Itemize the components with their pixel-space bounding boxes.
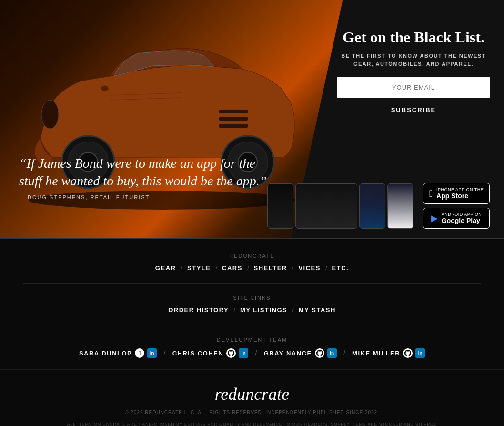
site-links-nav: ORDER HISTORY / MY LISTINGS / MY STASH [0,306,504,314]
brand-logo: reduncrate [0,384,504,404]
dev-team-list: SARA DUNLOP  in / CHRIS COHEN in / GRAY… [0,348,504,358]
svg-point-10 [41,100,59,129]
appstore-text: IPHONE APP ON THE App Store [436,187,484,200]
phone-screenshot-1 [267,183,293,229]
quote-text: “If James Bond were to make an app for t… [19,155,276,190]
googleplay-button[interactable]: ▶ ANDROID APP ON Google Play [423,208,490,229]
footer: REDUNCRATE GEAR / STYLE / CARS / SHELTER… [0,239,504,426]
gray-github-icon[interactable] [315,348,324,358]
dev-name-sara: SARA DUNLOP [79,350,132,357]
app-download-buttons:  IPHONE APP ON THE App Store ▶ ANDROID … [423,183,490,229]
site-links-section: SITE LINKS ORDER HISTORY / MY LISTINGS /… [0,295,504,314]
phone-screenshot-2 [295,183,357,229]
nav-style[interactable]: STYLE [187,264,211,272]
chris-github-icon[interactable] [226,348,236,358]
dev-sep-1: / [163,349,165,357]
nav-sep-4: / [292,264,294,272]
dev-member-sara: SARA DUNLOP  in [79,348,157,358]
nav-sep-2: / [215,264,217,272]
googleplay-icon: ▶ [431,213,438,223]
googleplay-text: ANDROID APP ON Google Play [442,212,482,224]
blacklist-title: Get on the Black List. [337,29,490,46]
mike-github-icon[interactable] [403,348,413,358]
quote-section: “If James Bond were to make an app for t… [19,155,276,200]
email-input[interactable] [337,77,490,98]
svg-rect-3 [219,124,248,128]
appstore-button[interactable]:  IPHONE APP ON THE App Store [423,183,490,204]
dev-member-chris: CHRIS COHEN in [172,348,249,358]
site-sep-2: / [292,306,294,314]
copyright: © 2022 REDUNCRATE LLC. ALL RIGHTS RESERV… [0,410,504,415]
footer-div-2 [23,325,481,325]
mike-linkedin-icon[interactable]: in [415,348,425,358]
brand-footer: reduncrate © 2022 REDUNCRATE LLC. ALL RI… [0,369,504,426]
link-my-listings[interactable]: MY LISTINGS [240,306,287,314]
site-links-title: SITE LINKS [0,295,504,301]
apple-icon:  [429,188,433,199]
nav-gear[interactable]: GEAR [155,264,176,272]
gray-linkedin-icon[interactable]: in [327,348,337,358]
nav-sep-3: / [247,264,249,272]
site-sep-1: / [233,306,235,314]
chris-linkedin-icon[interactable]: in [239,348,248,358]
footer-nav: GEAR / STYLE / CARS / SHELTER / VICES / … [0,264,504,272]
nav-sep-1: / [181,264,182,272]
nav-shelter[interactable]: SHELTER [254,264,287,272]
footer-nav-section: REDUNCRATE GEAR / STYLE / CARS / SHELTER… [0,253,504,272]
footer-div-1 [23,283,481,284]
dev-name-chris: CHRIS COHEN [172,350,224,357]
blacklist-panel: Get on the Black List. BE THE FIRST TO K… [337,29,490,120]
nav-sep-5: / [325,264,327,272]
link-my-stash[interactable]: MY STASH [299,306,336,314]
dev-member-mike: MIKE MILLER in [352,348,425,358]
dev-sep-2: / [255,349,257,357]
sara-github-icon[interactable]:  [135,348,144,358]
app-section:  IPHONE APP ON THE App Store ▶ ANDROID … [267,183,490,229]
dev-member-gray: GRAY NANCE in [264,348,337,358]
dev-team-title: DEVELOPMENT TEAM [0,337,504,343]
nav-cars[interactable]: CARS [222,264,242,272]
dev-name-mike: MIKE MILLER [352,350,400,357]
subscribe-button[interactable]: SUBSCRIBE [337,100,490,120]
quote-attribution: — DOUG STEPHENS, RETAIL FUTURIST [19,194,276,200]
footer-brand-label: REDUNCRATE [0,253,504,259]
dev-name-gray: GRAY NANCE [264,350,312,357]
blacklist-subtitle: BE THE FIRST TO KNOW ABOUT THE NEWEST GE… [337,52,490,68]
dev-team-section: DEVELOPMENT TEAM SARA DUNLOP  in / CHRI… [0,337,504,358]
nav-etc[interactable]: ETC. [332,264,349,272]
sara-linkedin-icon[interactable]: in [147,348,157,358]
svg-rect-1 [219,110,248,113]
phone-screenshot-3 [359,183,385,229]
link-order-history[interactable]: ORDER HISTORY [168,306,229,314]
svg-rect-2 [219,117,248,121]
dev-sep-3: / [343,349,345,357]
hero-section: Get on the Black List. BE THE FIRST TO K… [0,0,504,238]
app-screenshots [267,183,413,229]
nav-vices[interactable]: VICES [298,264,321,272]
disclaimer: ALL ITEMS ON UNCRATE ARE HAND-CHOSEN BY … [66,421,438,426]
phone-screenshot-4 [387,183,413,229]
